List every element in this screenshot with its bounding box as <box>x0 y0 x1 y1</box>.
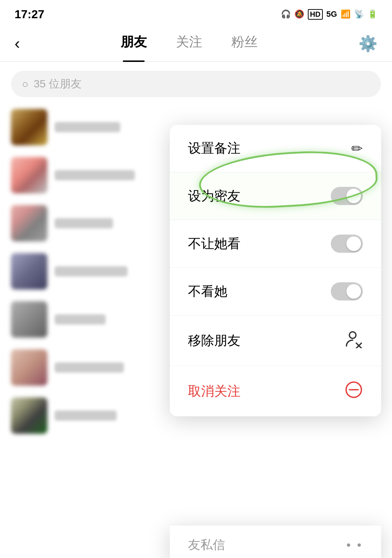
hd-icon: HD <box>308 9 323 20</box>
tab-friends[interactable]: 朋友 <box>121 33 147 54</box>
close-friend-label: 设为密友 <box>188 187 240 205</box>
unfollow-label: 取消关注 <box>188 382 240 400</box>
dm-label: 友私信 <box>188 537 225 553</box>
headset-icon: 🎧 <box>281 9 291 19</box>
close-friend-toggle[interactable] <box>331 187 363 205</box>
menu-item-block-her[interactable]: 不看她 <box>170 268 381 315</box>
settings-button[interactable]: ⚙️ <box>358 35 377 52</box>
context-menu: 设置备注 ✏ 设为密友 不让她看 不看她 移除朋友 <box>170 125 381 416</box>
signal-5g-icon: 5G <box>326 9 337 19</box>
more-dots: • • <box>346 538 363 552</box>
nav-bar: ‹ 朋友 关注 粉丝 ⚙️ <box>0 25 392 62</box>
signal-bars-icon: 📶 <box>341 9 350 19</box>
wifi-icon: 📡 <box>354 9 364 19</box>
svg-point-0 <box>349 332 356 338</box>
menu-item-close-friend[interactable]: 设为密友 <box>170 172 381 220</box>
block-her-toggle[interactable] <box>331 282 363 300</box>
search-icon: ○ <box>22 78 28 90</box>
nav-tabs: 朋友 关注 粉丝 <box>20 33 358 54</box>
set-remark-label: 设置备注 <box>188 140 240 157</box>
block-her-label: 不看她 <box>188 283 227 300</box>
search-placeholder: 35 位朋友 <box>34 76 82 91</box>
status-icons: 🎧 🔕 HD 5G 📶 📡 🔋 <box>281 9 377 20</box>
battery-icon: 🔋 <box>368 9 377 19</box>
partial-menu-item: 友私信 • • <box>170 526 381 558</box>
tab-following[interactable]: 关注 <box>176 33 202 54</box>
direct-message-item[interactable]: 友私信 • • <box>170 526 381 558</box>
menu-item-remove-friend[interactable]: 移除朋友 <box>170 315 381 366</box>
content-area: 设置备注 ✏ 设为密友 不让她看 不看她 移除朋友 <box>0 103 392 558</box>
mute-icon: 🔕 <box>294 9 304 19</box>
status-bar: 17:27 🎧 🔕 HD 5G 📶 📡 🔋 <box>0 0 392 25</box>
menu-item-block-her-view[interactable]: 不让她看 <box>170 220 381 268</box>
remove-friend-label: 移除朋友 <box>188 332 240 350</box>
tab-fans[interactable]: 粉丝 <box>231 33 258 54</box>
menu-item-set-remark[interactable]: 设置备注 ✏ <box>170 125 381 172</box>
menu-item-unfollow[interactable]: 取消关注 <box>170 366 381 416</box>
search-container: ○ 35 位朋友 <box>0 62 392 103</box>
edit-icon: ✏ <box>351 141 363 157</box>
search-bar[interactable]: ○ 35 位朋友 <box>11 71 381 97</box>
minus-circle-icon <box>345 381 363 402</box>
back-button[interactable]: ‹ <box>15 34 20 52</box>
block-her-view-toggle[interactable] <box>331 235 363 253</box>
status-time: 17:27 <box>15 8 44 21</box>
remove-user-icon <box>345 330 363 351</box>
block-her-view-label: 不让她看 <box>188 235 240 253</box>
